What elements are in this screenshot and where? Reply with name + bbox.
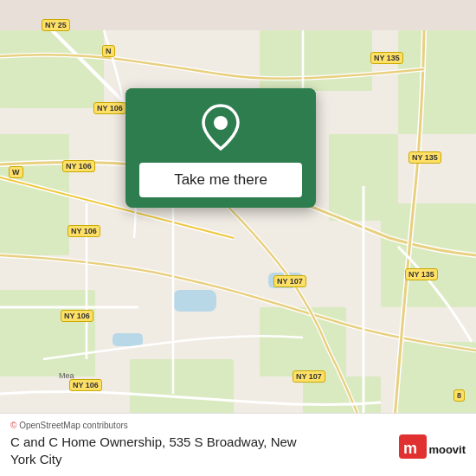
road-badge-ny106-1: NY 106 — [93, 102, 126, 114]
take-me-there-button[interactable]: Take me there — [139, 163, 302, 197]
road-badge-ny25: NY 25 — [42, 19, 70, 31]
svg-rect-7 — [0, 290, 95, 376]
copyright-symbol: © — [10, 421, 16, 430]
road-badge-ny106-2: NY 106 — [62, 160, 95, 172]
moovit-logo-icon: m — [399, 434, 427, 464]
road-badge-ny106-4: NY 106 — [61, 310, 93, 322]
svg-rect-3 — [398, 30, 476, 134]
popup-card-top — [125, 88, 316, 163]
svg-rect-14 — [113, 333, 143, 346]
bottom-bar: © OpenStreetMap contributors C and C Hom… — [0, 413, 476, 476]
attribution: © OpenStreetMap contributors — [10, 421, 466, 430]
road-badge-ny135-3: NY 135 — [405, 268, 438, 280]
map-background — [0, 0, 476, 476]
road-badge-ny107-3: NY 107 — [293, 370, 325, 383]
road-badge-8: 8 — [453, 389, 465, 402]
location-pin-icon — [202, 104, 240, 151]
moovit-logo: m moovit — [399, 434, 466, 464]
road-badge-ny135-2: NY 135 — [408, 151, 441, 164]
road-badge-ny106-3: NY 106 — [68, 225, 100, 237]
moovit-icon-svg: m — [399, 434, 427, 459]
road-badge-ny135-1: NY 135 — [370, 52, 403, 64]
svg-point-23 — [214, 116, 228, 130]
road-badge-ny107-2: NY 107 — [273, 275, 306, 287]
road-badge-ny106-5: NY 106 — [69, 379, 102, 391]
moovit-text: moovit — [428, 443, 466, 456]
svg-rect-8 — [260, 307, 346, 376]
popup-card: Take me there — [125, 88, 316, 208]
map-container: NY 25 N NY 106 NY 106 NY 106 NY 106 NY 1… — [0, 0, 476, 476]
road-badge-n: N — [102, 45, 115, 57]
svg-rect-1 — [0, 30, 104, 108]
location-title: C and C Home Ownership, 535 S Broadway, … — [10, 434, 297, 467]
attribution-text: OpenStreetMap contributors — [19, 421, 128, 430]
svg-rect-12 — [173, 290, 216, 312]
svg-text:m: m — [403, 440, 417, 457]
road-badge-w: W — [9, 166, 23, 178]
svg-rect-2 — [260, 30, 372, 91]
